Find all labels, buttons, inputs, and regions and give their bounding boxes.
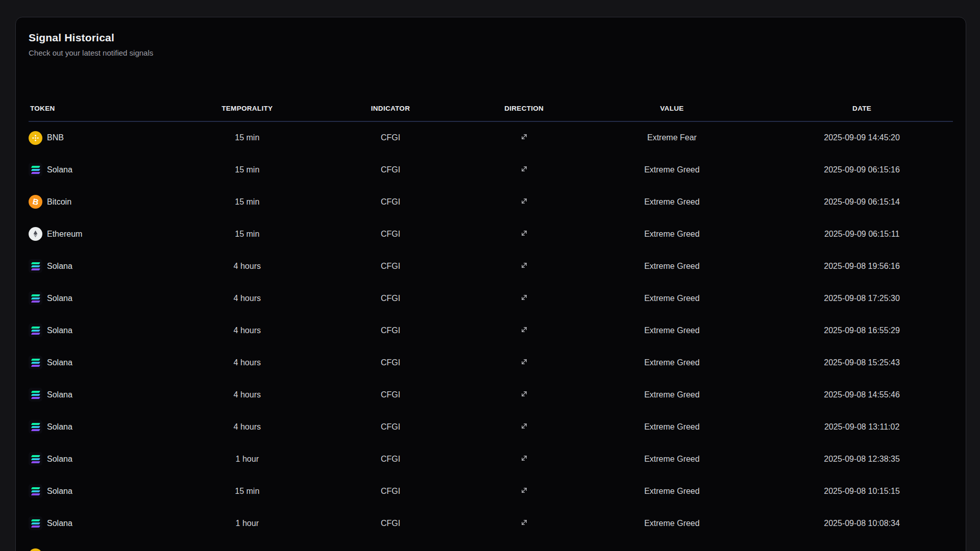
table-row: Solana 4 hours CFGI Extreme Greed 2025-0…	[29, 250, 953, 282]
signal-historical-card: Signal Historical Check out your latest …	[15, 17, 966, 551]
token-cell: Ethereum	[29, 218, 188, 250]
diagonal-double-arrow-icon	[520, 229, 529, 238]
direction-cell	[475, 121, 573, 154]
page-title: Signal Historical	[29, 31, 953, 44]
indicator-cell: CFGI	[306, 539, 475, 551]
token-cell: Solana	[29, 346, 188, 379]
solana-icon	[29, 291, 42, 305]
table-header: TOKENTEMPORALITYINDICATORDIRECTIONVALUED…	[29, 87, 953, 121]
date-cell: 2025-09-08 12:38:35	[771, 443, 953, 475]
token-name: Solana	[47, 519, 72, 528]
table-row: Ethereum 15 min CFGI Extreme Greed 2025-…	[29, 218, 953, 250]
direction-cell	[475, 218, 573, 250]
solana-icon	[29, 163, 42, 177]
date-cell: 2025-09-08 15:25:43	[771, 346, 953, 379]
column-header-token: TOKEN	[29, 87, 188, 121]
direction-cell	[475, 475, 573, 507]
token-cell: Solana	[29, 154, 188, 186]
diagonal-double-arrow-icon	[520, 486, 529, 495]
indicator-cell: CFGI	[306, 411, 475, 443]
diagonal-double-arrow-icon	[520, 357, 529, 366]
value-cell: Extreme Greed	[573, 475, 771, 507]
temporality-cell: 4 hours	[188, 346, 306, 379]
indicator-cell: CFGI	[306, 507, 475, 539]
bnb-icon	[29, 548, 42, 551]
value-cell: Extreme Greed	[573, 411, 771, 443]
token-cell: Solana	[29, 475, 188, 507]
ethereum-icon	[29, 227, 42, 241]
direction-cell	[475, 282, 573, 314]
solana-icon	[29, 420, 42, 434]
temporality-cell: 1 hour	[188, 443, 306, 475]
table-header-row: TOKENTEMPORALITYINDICATORDIRECTIONVALUED…	[29, 87, 953, 121]
token-name: Solana	[47, 165, 72, 174]
table-row: Solana 4 hours CFGI Extreme Greed 2025-0…	[29, 411, 953, 443]
table-row: Solana 15 min CFGI Extreme Greed 2025-09…	[29, 475, 953, 507]
direction-cell	[475, 443, 573, 475]
solana-icon	[29, 388, 42, 402]
direction-cell	[475, 539, 573, 551]
diagonal-double-arrow-icon	[520, 293, 529, 302]
direction-cell	[475, 186, 573, 218]
page-subtitle: Check out your latest notified signals	[29, 48, 953, 58]
date-cell: 2025-09-08 00:45:11	[771, 539, 953, 551]
token-cell: Solana	[29, 250, 188, 282]
token-cell: Solana	[29, 411, 188, 443]
value-cell: Extreme Greed	[573, 282, 771, 314]
temporality-cell: 15 min	[188, 121, 306, 154]
diagonal-double-arrow-icon	[520, 164, 529, 173]
value-cell: Extreme Greed	[573, 186, 771, 218]
bnb-icon	[29, 131, 42, 145]
column-header-date: DATE	[771, 87, 953, 121]
token-name: Solana	[47, 487, 72, 496]
token-cell: Solana	[29, 379, 188, 411]
direction-cell	[475, 379, 573, 411]
token-cell: Solana	[29, 443, 188, 475]
date-cell: 2025-09-09 14:45:20	[771, 121, 953, 154]
indicator-cell: CFGI	[306, 282, 475, 314]
token-cell: BNB	[29, 539, 188, 551]
value-cell: Extreme Greed	[573, 507, 771, 539]
date-cell: 2025-09-08 19:56:16	[771, 250, 953, 282]
table-row: Solana 15 min CFGI Extreme Greed 2025-09…	[29, 154, 953, 186]
diagonal-double-arrow-icon	[520, 518, 529, 527]
temporality-cell: 15 min	[188, 539, 306, 551]
indicator-cell: CFGI	[306, 379, 475, 411]
value-cell: Extreme Greed	[573, 443, 771, 475]
temporality-cell: 1 hour	[188, 507, 306, 539]
column-header-indicator: INDICATOR	[306, 87, 475, 121]
diagonal-double-arrow-icon	[520, 261, 529, 270]
column-header-temporality: TEMPORALITY	[188, 87, 306, 121]
solana-icon	[29, 356, 42, 369]
temporality-cell: 15 min	[188, 154, 306, 186]
token-name: BNB	[47, 133, 64, 142]
token-name: Ethereum	[47, 230, 82, 239]
solana-icon	[29, 323, 42, 337]
value-cell: Extreme Greed	[573, 154, 771, 186]
signals-table: TOKENTEMPORALITYINDICATORDIRECTIONVALUED…	[29, 87, 953, 551]
diagonal-double-arrow-icon	[520, 132, 529, 141]
token-name: Solana	[47, 262, 72, 271]
value-cell: Extreme Greed	[573, 218, 771, 250]
date-cell: 2025-09-08 10:08:34	[771, 507, 953, 539]
date-cell: 2025-09-08 13:11:02	[771, 411, 953, 443]
token-name: Solana	[47, 326, 72, 335]
table-row: Solana 1 hour CFGI Extreme Greed 2025-09…	[29, 507, 953, 539]
direction-cell	[475, 411, 573, 443]
token-name: Solana	[47, 390, 72, 399]
token-name: Solana	[47, 358, 72, 367]
bitcoin-icon: B	[29, 195, 42, 209]
temporality-cell: 4 hours	[188, 379, 306, 411]
indicator-cell: CFGI	[306, 218, 475, 250]
date-cell: 2025-09-08 10:15:15	[771, 475, 953, 507]
token-name: Solana	[47, 422, 72, 432]
date-cell: 2025-09-08 16:55:29	[771, 314, 953, 346]
temporality-cell: 15 min	[188, 186, 306, 218]
table-row: BNB 15 min CFGI Extreme Fear 2025-09-09 …	[29, 121, 953, 154]
diagonal-double-arrow-icon	[520, 389, 529, 398]
table-row: Solana 1 hour CFGI Extreme Greed 2025-09…	[29, 443, 953, 475]
table-body: BNB 15 min CFGI Extreme Fear 2025-09-09 …	[29, 121, 953, 551]
solana-icon	[29, 259, 42, 273]
table-row: Solana 4 hours CFGI Extreme Greed 2025-0…	[29, 346, 953, 379]
indicator-cell: CFGI	[306, 443, 475, 475]
